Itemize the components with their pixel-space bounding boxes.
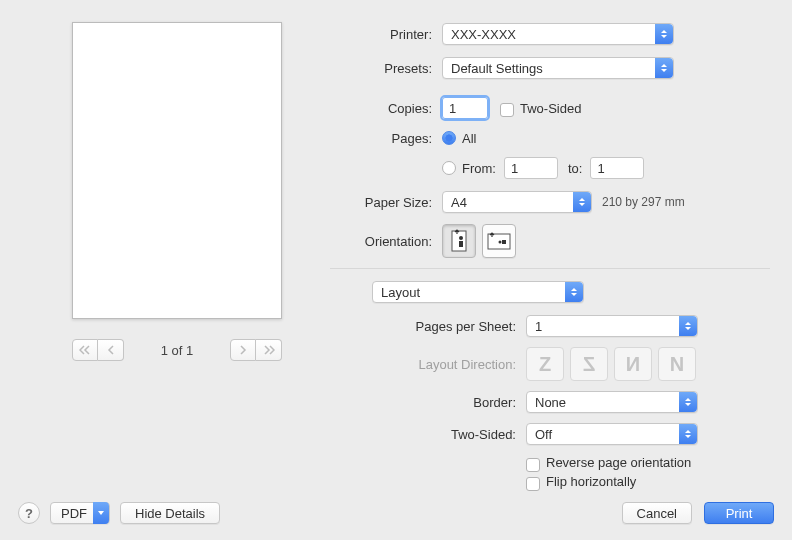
printer-value: XXX-XXXX: [451, 27, 516, 42]
svg-rect-2: [459, 241, 463, 247]
select-arrows-icon: [679, 316, 697, 336]
section-divider: [330, 268, 770, 269]
paper-size-label: Paper Size:: [330, 195, 442, 210]
next-page-button[interactable]: [230, 339, 256, 361]
select-arrows-icon: [565, 282, 583, 302]
border-label: Border:: [330, 395, 526, 410]
presets-select[interactable]: Default Settings: [442, 57, 674, 79]
copies-label: Copies:: [330, 101, 442, 116]
copies-value: 1: [449, 101, 456, 116]
two-sided-cb-label: Two-Sided: [520, 101, 581, 116]
layout-dir-s-button[interactable]: Z: [570, 347, 608, 381]
hide-details-button[interactable]: Hide Details: [120, 502, 220, 524]
pages-to-input[interactable]: 1: [590, 157, 644, 179]
chevron-left-icon: [106, 345, 116, 355]
two-sided-checkbox[interactable]: [500, 103, 514, 117]
pages-all-label: All: [462, 131, 476, 146]
s-glyph-icon: Z: [583, 353, 595, 376]
prev-page-button[interactable]: [98, 339, 124, 361]
page-counter: 1 of 1: [124, 343, 230, 358]
double-chevron-left-icon: [79, 345, 91, 355]
page-navigator: 1 of 1: [72, 339, 282, 361]
chevron-right-icon: [238, 345, 248, 355]
printer-label: Printer:: [330, 27, 442, 42]
first-page-button[interactable]: [72, 339, 98, 361]
pages-per-sheet-select[interactable]: 1: [526, 315, 698, 337]
nrev-glyph-icon: N: [670, 353, 684, 376]
presets-value: Default Settings: [451, 61, 543, 76]
select-arrows-icon: [655, 24, 673, 44]
select-arrows-icon: [679, 424, 697, 444]
double-chevron-right-icon: [263, 345, 275, 355]
orientation-landscape-button[interactable]: [482, 224, 516, 258]
two-sided-select[interactable]: Off: [526, 423, 698, 445]
help-icon: ?: [25, 506, 33, 521]
cancel-button[interactable]: Cancel: [622, 502, 692, 524]
chevron-down-icon: [93, 502, 109, 524]
paper-size-value: A4: [451, 195, 467, 210]
page-preview: [72, 22, 282, 319]
options-section-value: Layout: [381, 285, 420, 300]
landscape-icon: [486, 230, 512, 252]
pdf-menu-button[interactable]: PDF: [50, 502, 110, 524]
layout-dir-nrev-button[interactable]: N: [658, 347, 696, 381]
layout-dir-z-button[interactable]: Z: [526, 347, 564, 381]
pages-to-label: to:: [568, 161, 582, 176]
z-glyph-icon: Z: [539, 353, 551, 376]
layout-direction-label: Layout Direction:: [330, 357, 526, 372]
options-section-select[interactable]: Layout: [372, 281, 584, 303]
pdf-label: PDF: [61, 506, 87, 521]
print-options-form: Printer: XXX-XXXX Presets: Default Setti…: [330, 22, 770, 493]
select-arrows-icon: [573, 192, 591, 212]
pages-range-radio[interactable]: [442, 161, 456, 175]
presets-label: Presets:: [330, 61, 442, 76]
svg-point-1: [459, 236, 463, 240]
reverse-orientation-checkbox[interactable]: [526, 458, 540, 472]
n-glyph-icon: И: [626, 353, 640, 376]
svg-point-4: [499, 241, 502, 244]
preview-area: 1 of 1: [72, 22, 282, 361]
pages-per-sheet-label: Pages per Sheet:: [330, 319, 526, 334]
printer-select[interactable]: XXX-XXXX: [442, 23, 674, 45]
pages-label: Pages:: [330, 131, 442, 146]
print-dialog: 1 of 1 Printer: XXX-XXXX Presets: Defa: [0, 0, 792, 540]
print-button[interactable]: Print: [704, 502, 774, 524]
dialog-footer: ? PDF Hide Details Cancel Print: [0, 486, 792, 540]
layout-direction-group: Z Z И N: [526, 347, 696, 381]
pages-all-radio[interactable]: [442, 131, 456, 145]
orientation-portrait-button[interactable]: [442, 224, 476, 258]
reverse-orientation-label: Reverse page orientation: [546, 455, 691, 470]
layout-dir-n-button[interactable]: И: [614, 347, 652, 381]
copies-input[interactable]: 1: [442, 97, 488, 119]
portrait-icon: [449, 229, 469, 253]
select-arrows-icon: [679, 392, 697, 412]
select-arrows-icon: [655, 58, 673, 78]
paper-size-select[interactable]: A4: [442, 191, 592, 213]
last-page-button[interactable]: [256, 339, 282, 361]
help-button[interactable]: ?: [18, 502, 40, 524]
paper-dimensions: 210 by 297 mm: [602, 195, 685, 209]
pages-from-label: From:: [462, 161, 496, 176]
orientation-label: Orientation:: [330, 234, 442, 249]
two-sided-label: Two-Sided:: [330, 427, 526, 442]
border-select[interactable]: None: [526, 391, 698, 413]
pages-from-input[interactable]: 1: [504, 157, 558, 179]
